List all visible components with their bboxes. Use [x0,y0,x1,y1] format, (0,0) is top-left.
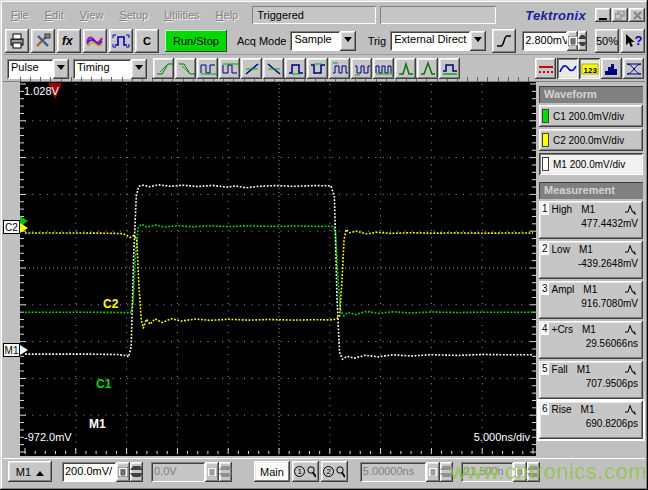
acq-mode-select[interactable]: Sample [290,31,355,51]
vector-display-button[interactable] [557,58,578,79]
fall-time-icon [177,61,195,77]
menu-help[interactable]: Help [208,6,247,24]
menu-items: FileEditViewSetupUtilitiesHelp [3,6,246,24]
measurement-3-ampl[interactable]: 3AmplM1916.7080mV [539,281,643,319]
neg-width-icon [221,61,239,77]
group-select[interactable]: Timing [73,59,147,79]
pos-peak2-icon [419,61,437,77]
toolbox-button[interactable] [31,29,55,53]
set-level-50-button[interactable]: 50% [595,29,619,53]
channel-tag-C2[interactable]: C2 [3,220,20,234]
rise-time-button[interactable] [153,58,174,79]
waveform-button-M1[interactable]: M1 200.0mV/div [539,153,643,175]
measurement-6-rise[interactable]: 6RiseM1690.8206ps [539,401,643,439]
main-view-button[interactable]: Main [254,461,290,482]
trigger-level-spinner[interactable] [578,31,587,51]
pulse-icon [598,204,640,215]
flat-base-button[interactable] [439,58,460,79]
keypad-icon[interactable] [513,462,527,482]
keypad-icon[interactable] [205,462,219,482]
reference-arrow [20,223,28,233]
run-stop-button[interactable]: Run/Stop [165,30,227,52]
vertical-scale-field[interactable]: 200.0mV/ [62,462,116,482]
category-select[interactable]: Pulse [7,59,69,79]
category-value: Pulse [7,59,53,79]
set-level-50-label: 50% [596,35,618,47]
horizontal-scale-field[interactable]: 5.00000ns [360,462,426,482]
zoom1-button[interactable]: 1 [292,461,319,482]
neg-width-button[interactable] [219,58,240,79]
eye-diagram-button[interactable] [623,58,644,79]
tektronix-logo: Tektronix [525,8,586,23]
measurement-name: Low [552,244,570,255]
menu-utilities[interactable]: Utilities [156,6,207,24]
persistence-dots-button[interactable] [535,58,556,79]
keypad-icon[interactable] [116,462,130,482]
pulse-edit-button[interactable] [109,29,133,53]
pos-peak-button[interactable] [395,58,416,79]
svg-text:fx: fx [62,34,74,48]
math-fx-button[interactable]: fx [57,29,81,53]
trigger-slope-button[interactable] [492,29,516,53]
vertical-position-field[interactable]: 0.0V [151,462,205,482]
waveform-colors-button[interactable] [83,29,107,53]
pos-pulse-button[interactable] [285,58,306,79]
measurement-source: M1 [577,364,591,375]
readout-123-button[interactable]: 123 [579,58,600,79]
waveform-button-C1[interactable]: C1 200.0mV/div [539,105,643,127]
menu-view[interactable]: View [72,6,112,24]
burst-pos-button[interactable] [329,58,350,79]
keypad-icon[interactable] [567,31,577,51]
horizontal-position-field[interactable]: 21.500n [461,462,513,482]
chevron-down-icon[interactable] [131,59,147,79]
fall-time-button[interactable] [175,58,196,79]
vertical-scale-spinner[interactable] [130,462,143,482]
histogram-display-button[interactable] [601,58,622,79]
context-help-button[interactable]: ? [621,29,645,53]
menu-setup[interactable]: Setup [111,6,156,24]
trigger-source-select[interactable]: External Direct [390,31,486,51]
pos-width-button[interactable] [197,58,218,79]
waveform-selector-button[interactable]: M1 [8,461,52,482]
pos-peak2-button[interactable] [417,58,438,79]
vertical-position-spinner[interactable] [219,462,232,482]
chevron-down-icon[interactable] [53,59,69,79]
waveform-button-label: M1 200.0mV/div [553,159,625,170]
restore-button[interactable] [612,8,628,22]
top-voltage-label: 1.028V [24,85,59,97]
chevron-down-icon[interactable] [340,31,356,51]
chevron-down-icon[interactable] [470,31,486,51]
run-stop-label: Run/Stop [173,35,219,47]
keypad-icon[interactable] [426,462,440,482]
status-well-empty [380,6,496,24]
fall-cross-icon [265,61,283,77]
burst-neg-button[interactable] [351,58,372,79]
burst-neg-icon [353,61,371,77]
measurement-value: 916.7080mV [541,298,640,309]
fall-cross-button[interactable] [263,58,284,79]
pulse-train-button[interactable] [373,58,394,79]
clear-button[interactable]: C [135,29,159,53]
timebase-label: 5.000ns/div [474,431,530,443]
measurement-2-low[interactable]: 2LowM1-439.2648mV [539,241,643,279]
measurement-name: +Crs [552,324,573,335]
acq-mode-value: Sample [290,31,339,51]
close-button[interactable] [629,8,645,22]
menu-file[interactable]: File [3,6,37,24]
horizontal-position-spinner[interactable] [527,462,540,482]
measurement-5-fall[interactable]: 5FallM1707.9506ps [539,361,643,399]
measurement-4-+crs[interactable]: 4+CrsM129.56066ns [539,321,643,359]
zoom2-button[interactable]: 2 [321,461,348,482]
channel-tag-M1[interactable]: M1 [3,343,20,357]
trigger-level-field[interactable]: 2.800mV [522,31,567,51]
menu-edit[interactable]: Edit [37,6,72,24]
horizontal-scale-spinner[interactable] [440,462,453,482]
close-icon [633,11,642,20]
group-value: Timing [73,59,131,79]
waveform-button-C2[interactable]: C2 200.0mV/div [539,129,643,151]
minimize-button[interactable] [595,8,611,22]
print-button[interactable] [5,29,29,53]
measurement-1-high[interactable]: 1HighM1477.4432mV [539,201,643,239]
rise-cross-button[interactable] [241,58,262,79]
neg-pulse-button[interactable] [307,58,328,79]
